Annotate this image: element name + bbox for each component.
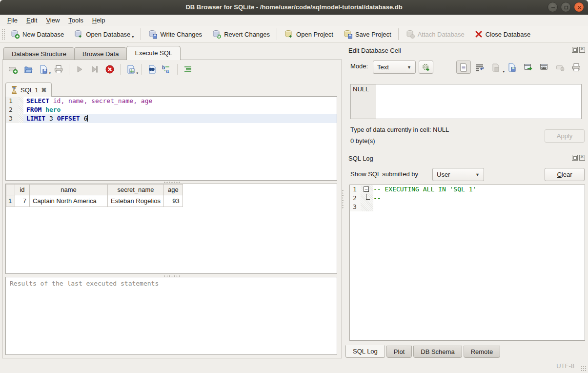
toolbar-separator: [277, 28, 277, 40]
title-bar[interactable]: DB Browser for SQLite - /home/user/code/…: [0, 0, 588, 15]
tab-browse-data[interactable]: Browse Data: [74, 47, 126, 60]
close-button[interactable]: [574, 2, 584, 12]
open-project-icon: [284, 29, 294, 39]
column-header-age[interactable]: age: [164, 185, 183, 195]
new-database-button[interactable]: New Database: [5, 27, 69, 41]
open-sql-file-button[interactable]: [22, 63, 34, 75]
document-icon: [459, 62, 468, 72]
export-cell-data-button[interactable]: [505, 61, 519, 74]
dock-tab-bar: SQL Log Plot DB Schema Remote: [345, 346, 502, 358]
tab-execute-sql[interactable]: Execute SQL: [126, 46, 181, 60]
status-bar: UTF-8: [0, 360, 588, 373]
table-row[interactable]: 1 7 Captain North America Esteban Rogeli…: [6, 195, 183, 207]
execution-message-pane[interactable]: Results of the last executed statements: [5, 277, 337, 355]
save-results-button[interactable]: ▾: [125, 63, 137, 75]
chevron-down-icon: ▼: [475, 172, 480, 177]
column-header-secret-name[interactable]: secret_name: [108, 185, 164, 195]
close-icon: [576, 4, 583, 11]
cell-null-label: NULL: [351, 84, 376, 119]
log-line: 2 --: [350, 194, 585, 203]
cell-name[interactable]: Captain North America: [30, 195, 108, 207]
open-database-button[interactable]: Open Database ▾: [69, 27, 139, 41]
chevron-down-icon: ▼: [407, 65, 411, 70]
resize-grip[interactable]: [581, 366, 587, 372]
minimize-button[interactable]: [547, 2, 558, 12]
hourglass-icon: [11, 86, 18, 94]
dock-tab-db-schema[interactable]: DB Schema: [413, 346, 462, 358]
text-mode-button[interactable]: [456, 61, 471, 74]
sql-document-tab[interactable]: SQL 1 ✖: [5, 83, 52, 97]
results-header-row: id name secret_name age: [6, 185, 183, 195]
open-in-window-icon: [523, 62, 533, 72]
float-panel-icon[interactable]: [572, 47, 578, 53]
save-results-dropdown-icon[interactable]: ▾: [136, 71, 138, 75]
open-in-external-button[interactable]: [521, 61, 535, 74]
write-changes-button[interactable]: Write Changes: [143, 27, 207, 41]
sql-code-editor[interactable]: 1 SELECT id, name, secret_name, age 2 FR…: [5, 96, 337, 181]
log-filter-label: Show SQL submitted by: [350, 170, 418, 178]
row-number[interactable]: 1: [6, 195, 15, 207]
menu-tools[interactable]: Tools: [64, 15, 87, 26]
set-null-button: [553, 61, 568, 74]
close-panel-icon[interactable]: [579, 47, 585, 53]
sql-log-view[interactable]: 1 − -- EXECUTING ALL IN 'SQL 1' 2 -- 3: [349, 185, 585, 341]
print-sql-button[interactable]: [53, 63, 64, 75]
mode-select[interactable]: Text ▼: [373, 61, 416, 74]
open-project-button[interactable]: Open Project: [279, 27, 338, 41]
print-cell-button[interactable]: [569, 61, 584, 74]
replace-button[interactable]: ba: [161, 63, 173, 75]
log-filter-select[interactable]: User ▼: [432, 168, 484, 181]
menu-bar: File Edit View Tools Help: [0, 15, 588, 26]
cell-secret-name[interactable]: Esteban Rogelios: [108, 195, 164, 207]
menu-view[interactable]: View: [41, 15, 64, 26]
cell-value-editor[interactable]: NULL: [350, 84, 582, 119]
new-tab-icon: [8, 64, 18, 74]
close-database-button[interactable]: Close Database: [469, 27, 536, 41]
save-project-button[interactable]: Save Project: [338, 27, 396, 41]
format-sql-button[interactable]: [182, 63, 194, 75]
dock-tab-remote[interactable]: Remote: [464, 346, 501, 358]
new-sql-tab-button[interactable]: [7, 63, 19, 75]
revert-changes-button[interactable]: Revert Changes: [207, 27, 275, 41]
cell-size-info: 0 byte(s): [350, 137, 375, 145]
cell-id[interactable]: 7: [15, 195, 30, 207]
clear-log-button[interactable]: Clear: [545, 168, 585, 181]
sql-toolbar-separator: [69, 64, 69, 75]
open-database-icon: [74, 29, 83, 39]
sql-toolbar-separator: [177, 64, 178, 75]
log-line: 3: [350, 203, 585, 211]
close-sql-tab-icon[interactable]: ✖: [41, 86, 46, 94]
results-grid[interactable]: id name secret_name age 1 7 Captain Nort…: [5, 184, 337, 274]
save-sql-dropdown-icon[interactable]: ▾: [49, 71, 51, 75]
open-database-dropdown-icon[interactable]: ▾: [132, 35, 134, 39]
dock-tab-plot[interactable]: Plot: [386, 346, 412, 358]
word-wrap-button[interactable]: [472, 61, 487, 74]
column-header-id[interactable]: id: [15, 185, 30, 195]
maximize-button[interactable]: [561, 2, 571, 12]
save-sql-file-button[interactable]: ▾: [38, 63, 49, 75]
fold-collapse-icon[interactable]: −: [364, 186, 369, 192]
toolbar-drag-handle[interactable]: [1, 28, 5, 40]
find-button[interactable]: [146, 63, 158, 75]
sql-toolbar-separator: [141, 64, 142, 75]
menu-file[interactable]: File: [3, 15, 22, 26]
close-panel-icon[interactable]: [579, 155, 585, 161]
execute-sql-button: [74, 63, 85, 75]
copy-link-button[interactable]: [537, 61, 551, 74]
auto-mode-button[interactable]: [419, 61, 433, 74]
tab-database-structure[interactable]: Database Structure: [3, 47, 74, 60]
dock-tab-sql-log[interactable]: SQL Log: [345, 345, 385, 358]
find-icon: [147, 64, 157, 74]
menu-help[interactable]: Help: [88, 15, 110, 26]
cell-age[interactable]: 93: [164, 195, 183, 207]
encoding-indicator[interactable]: UTF-8: [556, 362, 574, 370]
code-line: 1 SELECT id, name, secret_name, age: [6, 97, 337, 105]
execute-sql-panel: ▾: [2, 60, 342, 358]
corner-header[interactable]: [6, 185, 15, 195]
menu-edit[interactable]: Edit: [22, 15, 41, 26]
main-content: Database Structure Browse Data Execute S…: [0, 43, 588, 360]
float-panel-icon[interactable]: [572, 155, 578, 161]
column-header-name[interactable]: name: [30, 185, 108, 195]
svg-text:b: b: [162, 65, 165, 70]
stop-execution-button[interactable]: [104, 63, 116, 75]
